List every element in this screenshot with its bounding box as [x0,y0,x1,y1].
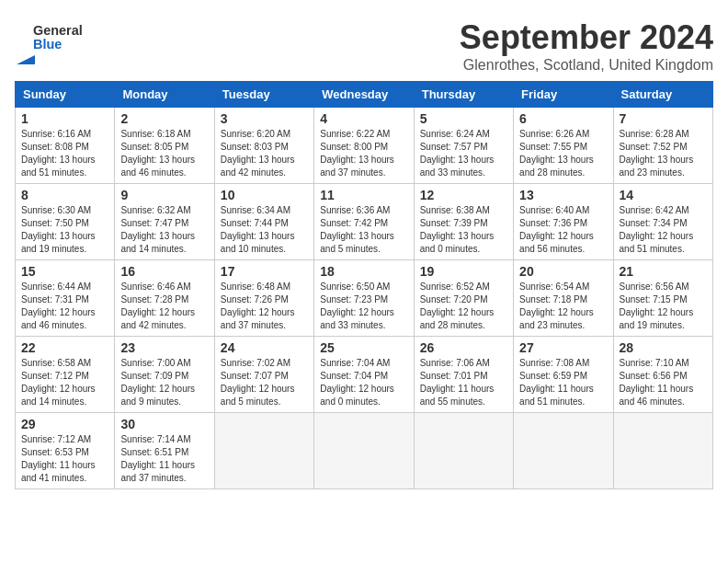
day-info: Sunrise: 6:32 AM Sunset: 7:47 PM Dayligh… [120,204,208,256]
calendar-body: 1Sunrise: 6:16 AM Sunset: 8:08 PM Daylig… [16,108,713,489]
calendar-cell: 11Sunrise: 6:36 AM Sunset: 7:42 PM Dayli… [314,184,414,260]
day-number: 24 [221,340,308,355]
col-monday: Monday [115,82,214,108]
calendar-cell [613,413,712,489]
day-info: Sunrise: 6:16 AM Sunset: 8:08 PM Dayligh… [21,128,108,179]
col-thursday: Thursday [414,82,513,108]
day-number: 13 [519,188,607,202]
calendar-cell: 16Sunrise: 6:46 AM Sunset: 7:28 PM Dayli… [115,260,214,337]
day-number: 2 [120,111,208,126]
logo-triangle [17,46,35,64]
svg-text:General: General [33,23,83,38]
calendar-week-5: 29Sunrise: 7:12 AM Sunset: 6:53 PM Dayli… [16,413,713,489]
logo: General Blue [15,18,88,64]
page-subtitle: Glenrothes, Scotland, United Kingdom [460,57,713,74]
calendar-cell: 3Sunrise: 6:20 AM Sunset: 8:03 PM Daylig… [214,108,313,184]
day-number: 18 [320,264,407,279]
day-number: 6 [519,111,607,126]
calendar-cell: 7Sunrise: 6:28 AM Sunset: 7:52 PM Daylig… [613,108,712,184]
day-number: 3 [221,111,308,126]
calendar-cell [514,413,613,489]
calendar-cell: 9Sunrise: 6:32 AM Sunset: 7:47 PM Daylig… [115,184,214,260]
calendar-cell: 30Sunrise: 7:14 AM Sunset: 6:51 PM Dayli… [115,413,214,489]
day-info: Sunrise: 6:40 AM Sunset: 7:36 PM Dayligh… [519,204,607,256]
day-info: Sunrise: 7:04 AM Sunset: 7:04 PM Dayligh… [320,357,407,408]
calendar-cell: 5Sunrise: 6:24 AM Sunset: 7:57 PM Daylig… [414,108,513,184]
day-info: Sunrise: 7:08 AM Sunset: 6:59 PM Dayligh… [519,357,607,408]
day-number: 20 [519,264,607,279]
col-wednesday: Wednesday [314,82,414,108]
col-saturday: Saturday [613,82,712,108]
day-info: Sunrise: 7:12 AM Sunset: 6:53 PM Dayligh… [21,433,108,485]
calendar-cell: 26Sunrise: 7:06 AM Sunset: 7:01 PM Dayli… [414,337,513,413]
day-number: 11 [320,188,407,202]
title-area: September 2024 Glenrothes, Scotland, Uni… [460,18,713,74]
col-friday: Friday [514,82,613,108]
day-info: Sunrise: 6:42 AM Sunset: 7:34 PM Dayligh… [620,204,707,256]
calendar-cell: 10Sunrise: 6:34 AM Sunset: 7:44 PM Dayli… [214,184,313,260]
calendar-cell: 24Sunrise: 7:02 AM Sunset: 7:07 PM Dayli… [214,337,313,413]
day-number: 27 [519,340,607,355]
calendar-cell: 17Sunrise: 6:48 AM Sunset: 7:26 PM Dayli… [214,260,313,337]
calendar-cell: 14Sunrise: 6:42 AM Sunset: 7:34 PM Dayli… [613,184,712,260]
day-info: Sunrise: 6:28 AM Sunset: 7:52 PM Dayligh… [620,128,707,179]
day-number: 21 [620,264,707,279]
day-number: 23 [120,340,208,355]
calendar-week-1: 1Sunrise: 6:16 AM Sunset: 8:08 PM Daylig… [16,108,713,184]
page-title: September 2024 [460,18,713,57]
calendar-cell [414,413,513,489]
svg-marker-3 [17,55,35,64]
day-info: Sunrise: 7:00 AM Sunset: 7:09 PM Dayligh… [120,357,208,408]
day-number: 4 [320,111,407,126]
day-number: 29 [21,417,108,431]
calendar-cell: 12Sunrise: 6:38 AM Sunset: 7:39 PM Dayli… [414,184,513,260]
day-number: 5 [420,111,507,126]
calendar-cell: 15Sunrise: 6:44 AM Sunset: 7:31 PM Dayli… [16,260,115,337]
calendar-cell: 8Sunrise: 6:30 AM Sunset: 7:50 PM Daylig… [16,184,115,260]
day-number: 12 [420,188,507,202]
day-number: 17 [221,264,308,279]
page-header: General Blue September 2024 Glenrothes, … [15,15,713,74]
day-info: Sunrise: 7:02 AM Sunset: 7:07 PM Dayligh… [221,357,308,408]
day-number: 26 [420,340,507,355]
calendar-week-3: 15Sunrise: 6:44 AM Sunset: 7:31 PM Dayli… [16,260,713,337]
day-info: Sunrise: 6:54 AM Sunset: 7:18 PM Dayligh… [519,281,607,332]
calendar-cell: 27Sunrise: 7:08 AM Sunset: 6:59 PM Dayli… [514,337,613,413]
calendar-cell: 22Sunrise: 6:58 AM Sunset: 7:12 PM Dayli… [16,337,115,413]
day-info: Sunrise: 6:46 AM Sunset: 7:28 PM Dayligh… [120,281,208,332]
header-row: Sunday Monday Tuesday Wednesday Thursday… [16,82,713,108]
day-info: Sunrise: 6:26 AM Sunset: 7:55 PM Dayligh… [519,128,607,179]
calendar-cell [314,413,414,489]
calendar-cell: 6Sunrise: 6:26 AM Sunset: 7:55 PM Daylig… [514,108,613,184]
day-number: 7 [620,111,707,126]
calendar-cell: 13Sunrise: 6:40 AM Sunset: 7:36 PM Dayli… [514,184,613,260]
day-number: 10 [221,188,308,202]
calendar-week-2: 8Sunrise: 6:30 AM Sunset: 7:50 PM Daylig… [16,184,713,260]
calendar-cell: 1Sunrise: 6:16 AM Sunset: 8:08 PM Daylig… [16,108,115,184]
day-number: 1 [21,111,108,126]
day-info: Sunrise: 6:34 AM Sunset: 7:44 PM Dayligh… [221,204,308,256]
day-number: 8 [21,188,108,202]
col-sunday: Sunday [16,82,115,108]
calendar-header: Sunday Monday Tuesday Wednesday Thursday… [16,82,713,108]
day-number: 22 [21,340,108,355]
day-number: 16 [120,264,208,279]
calendar-table: Sunday Monday Tuesday Wednesday Thursday… [15,81,713,489]
calendar-cell: 21Sunrise: 6:56 AM Sunset: 7:15 PM Dayli… [613,260,712,337]
day-info: Sunrise: 6:36 AM Sunset: 7:42 PM Dayligh… [320,204,407,256]
calendar-cell [214,413,313,489]
calendar-cell: 4Sunrise: 6:22 AM Sunset: 8:00 PM Daylig… [314,108,414,184]
calendar-cell: 25Sunrise: 7:04 AM Sunset: 7:04 PM Dayli… [314,337,414,413]
day-info: Sunrise: 6:48 AM Sunset: 7:26 PM Dayligh… [221,281,308,332]
day-number: 9 [120,188,208,202]
calendar-cell: 20Sunrise: 6:54 AM Sunset: 7:18 PM Dayli… [514,260,613,337]
day-info: Sunrise: 6:30 AM Sunset: 7:50 PM Dayligh… [21,204,108,256]
day-info: Sunrise: 6:44 AM Sunset: 7:31 PM Dayligh… [21,281,108,332]
day-info: Sunrise: 6:20 AM Sunset: 8:03 PM Dayligh… [221,128,308,179]
col-tuesday: Tuesday [214,82,313,108]
day-info: Sunrise: 6:56 AM Sunset: 7:15 PM Dayligh… [620,281,707,332]
calendar-week-4: 22Sunrise: 6:58 AM Sunset: 7:12 PM Dayli… [16,337,713,413]
day-number: 30 [120,417,208,431]
svg-text:Blue: Blue [33,37,62,52]
day-info: Sunrise: 6:18 AM Sunset: 8:05 PM Dayligh… [120,128,208,179]
